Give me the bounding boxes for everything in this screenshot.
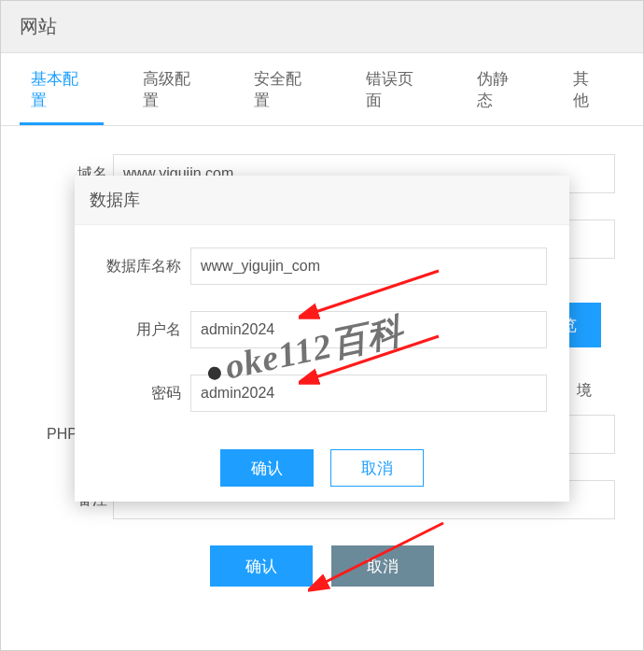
panel-title: 网站 [1, 1, 643, 53]
tab-basic[interactable]: 基本配置 [20, 53, 104, 125]
modal-title: 数据库 [75, 176, 569, 225]
tab-error[interactable]: 错误页面 [355, 53, 439, 125]
dbname-input[interactable] [190, 248, 547, 285]
tabs: 基本配置 高级配置 安全配置 错误页面 伪静态 其他 [1, 53, 643, 126]
pass-input[interactable] [190, 375, 547, 412]
confirm-button[interactable]: 确认 [210, 545, 313, 587]
pass-label: 密码 [97, 384, 190, 403]
dbname-label: 数据库名称 [97, 257, 190, 276]
user-label: 用户名 [97, 320, 190, 340]
user-input[interactable] [190, 311, 547, 348]
database-modal: 数据库 数据库名称 用户名 密码 确认 取消 [75, 176, 569, 502]
cancel-button[interactable]: 取消 [331, 545, 434, 587]
modal-cancel-button[interactable]: 取消 [330, 449, 424, 487]
tab-security[interactable]: 安全配置 [243, 53, 327, 125]
tab-other[interactable]: 其他 [562, 53, 615, 125]
tab-advanced[interactable]: 高级配置 [132, 53, 216, 125]
env-text: 境 [577, 381, 592, 401]
modal-confirm-button[interactable]: 确认 [220, 449, 314, 487]
tab-rewrite[interactable]: 伪静态 [466, 53, 534, 125]
